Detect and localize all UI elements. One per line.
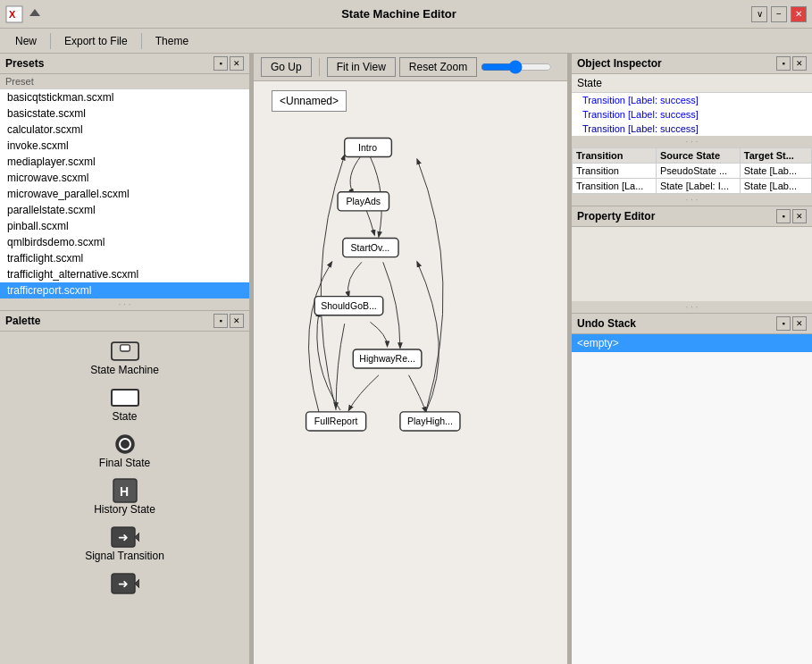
svg-text:FullReport: FullReport <box>314 416 358 426</box>
col-target: Target St... <box>740 148 811 164</box>
palette-label-state-machine: State Machine <box>90 364 159 376</box>
state-icon <box>111 387 139 408</box>
palette-item-signal2[interactable]: ➜ <box>4 567 246 601</box>
pe-scroll-hint: · · · <box>572 301 812 313</box>
oi-close-btn[interactable]: ✕ <box>792 56 807 71</box>
row0-target: State [Lab... <box>740 164 811 179</box>
history-state-icon: H <box>111 480 139 501</box>
presets-header-controls: ▪ ✕ <box>213 56 244 71</box>
palette-label-history: History State <box>94 503 155 516</box>
table-row-1[interactable]: Transition [La... State [Label: I... Sta… <box>573 179 812 194</box>
menu-bar: New Export to File Theme <box>0 29 812 54</box>
preset-item-6[interactable]: microwave_parallel.scxml <box>0 186 249 202</box>
state-machine-icon <box>111 340 139 362</box>
palette-item-state-machine[interactable]: State Machine <box>4 335 246 382</box>
row1-transition: Transition [La... <box>573 179 657 194</box>
svg-text:PlayAds: PlayAds <box>346 196 381 206</box>
oi-title: Object Inspector <box>577 57 662 70</box>
us-content: <empty> <box>572 334 812 664</box>
pe-controls: ▪ ✕ <box>776 209 807 223</box>
oi-transition-2[interactable]: Transition [Label: success] <box>572 122 812 136</box>
presets-close-btn[interactable]: ✕ <box>230 56 244 71</box>
menu-item-export[interactable]: Export to File <box>56 32 136 50</box>
preset-item-0[interactable]: basicqtstickman.scxml <box>0 89 249 105</box>
minimize-chevron-btn[interactable]: ∨ <box>751 6 767 22</box>
oi-state-label: State <box>572 74 812 93</box>
diagram-svg[interactable]: Intro PlayAds StartOv... ShouldGoB... Hi… <box>263 108 495 510</box>
pe-content <box>572 227 812 301</box>
row0-source: PseudoState ... <box>656 164 740 179</box>
preset-item-3[interactable]: invoke.scxml <box>0 138 249 154</box>
palette-header: Palette ▪ ✕ <box>0 311 249 332</box>
preset-item-1[interactable]: basicstate.scxml <box>0 105 249 122</box>
presets-title: Presets <box>5 57 44 70</box>
title-bar: X State Machine Editor ∨ − ✕ <box>0 0 812 29</box>
fit-in-view-btn[interactable]: Fit in View <box>327 57 396 77</box>
close-btn[interactable]: ✕ <box>791 6 807 22</box>
reset-zoom-btn[interactable]: Reset Zoom <box>399 57 477 77</box>
palette-item-state[interactable]: State <box>4 382 246 428</box>
oi-transition-0[interactable]: Transition [Label: success] <box>572 93 812 107</box>
us-empty-item[interactable]: <empty> <box>572 334 812 352</box>
preset-item-11[interactable]: trafficlight_alternative.scxml <box>0 266 249 282</box>
palette-item-history[interactable]: H History State <box>4 475 246 521</box>
svg-text:Intro: Intro <box>358 142 377 153</box>
us-close-btn[interactable]: ✕ <box>792 316 807 331</box>
oi-scroll-hint: · · · <box>572 136 812 147</box>
preset-item-5[interactable]: microwave.scxml <box>0 170 249 186</box>
table-row-0[interactable]: Transition PseudoState ... State [Lab... <box>573 164 812 179</box>
transitions-table: Transition Source State Target St... Tra… <box>572 147 812 194</box>
presets-float-btn[interactable]: ▪ <box>213 56 228 71</box>
palette-item-final-state[interactable]: Final State <box>4 428 246 475</box>
preset-item-2[interactable]: calculator.scxml <box>0 122 249 138</box>
transitions-table-wrap: Transition Source State Target St... Tra… <box>572 147 812 194</box>
presets-list[interactable]: basicqtstickman.scxml basicstate.scxml c… <box>0 89 249 298</box>
oi-list: Transition [Label: success] Transition [… <box>572 93 812 136</box>
presets-section: Presets ▪ ✕ Preset basicqtstickman.scxml… <box>0 54 249 311</box>
palette-float-btn[interactable]: ▪ <box>213 314 228 328</box>
oi-float-btn[interactable]: ▪ <box>776 56 791 71</box>
svg-marker-2 <box>29 9 40 16</box>
property-editor: Property Editor ▪ ✕ · · · <box>572 206 812 313</box>
pe-close-btn[interactable]: ✕ <box>792 209 807 223</box>
toolbar-separator-1 <box>319 58 320 76</box>
window-chevron-btn[interactable] <box>29 6 41 21</box>
right-panel: Object Inspector ▪ ✕ State Transition [L… <box>571 54 812 664</box>
svg-text:StartOv...: StartOv... <box>351 242 390 253</box>
menu-item-theme[interactable]: Theme <box>147 32 197 50</box>
preset-item-8[interactable]: pinball.scxml <box>0 218 249 234</box>
preset-item-4[interactable]: mediaplayer.scxml <box>0 154 249 170</box>
palette-item-signal[interactable]: ➜ Signal Transition <box>4 521 246 567</box>
preset-item-9[interactable]: qmlbirdsdemo.scxml <box>0 234 249 250</box>
us-float-btn[interactable]: ▪ <box>776 316 791 331</box>
pe-header: Property Editor ▪ ✕ <box>572 206 812 227</box>
svg-text:PlayHigh...: PlayHigh... <box>407 416 453 426</box>
palette-close-btn[interactable]: ✕ <box>230 314 244 328</box>
canvas-area[interactable]: <Unnamed> <box>254 81 567 664</box>
svg-text:H: H <box>120 484 129 499</box>
go-up-btn[interactable]: Go Up <box>261 57 312 77</box>
oi-transition-1[interactable]: Transition [Label: success] <box>572 107 812 122</box>
row1-target: State [Lab... <box>740 179 811 194</box>
zoom-slider[interactable] <box>481 60 552 74</box>
svg-rect-4 <box>120 345 130 351</box>
minimize-btn[interactable]: − <box>771 6 787 22</box>
menu-item-new[interactable]: New <box>7 32 45 50</box>
object-inspector: Object Inspector ▪ ✕ State Transition [L… <box>572 54 812 206</box>
menu-separator-2 <box>141 33 142 49</box>
svg-text:HighwayRe...: HighwayRe... <box>359 353 415 364</box>
svg-point-7 <box>120 439 130 450</box>
us-header: Undo Stack ▪ ✕ <box>572 314 812 334</box>
col-source: Source State <box>656 148 740 164</box>
preset-item-10[interactable]: trafficlight.scxml <box>0 250 249 266</box>
row0-transition: Transition <box>573 164 657 179</box>
preset-item-12[interactable]: trafficreport.scxml <box>0 282 249 298</box>
oi-header: Object Inspector ▪ ✕ <box>572 54 812 74</box>
final-state-icon <box>111 433 139 455</box>
pe-float-btn[interactable]: ▪ <box>776 209 791 223</box>
signal-transition-icon: ➜ <box>111 526 139 548</box>
title-bar-title: State Machine Editor <box>46 7 751 21</box>
svg-text:➜: ➜ <box>118 530 129 544</box>
signal-transition2-icon: ➜ <box>111 573 139 594</box>
preset-item-7[interactable]: parallelstate.scxml <box>0 202 249 218</box>
